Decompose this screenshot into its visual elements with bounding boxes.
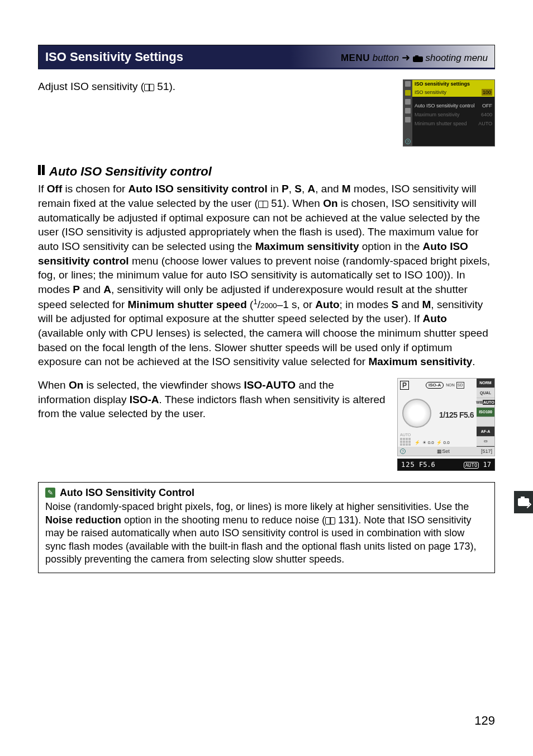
non-label: NON xyxy=(446,382,455,388)
intro-text: Adjust ISO sensitivity ( 51). xyxy=(38,79,393,94)
menu-suffix: shooting menu xyxy=(425,53,488,63)
off-label: Off xyxy=(47,183,62,195)
page-ref-icon xyxy=(144,84,154,91)
menu-row-value: OFF xyxy=(482,102,492,109)
menu-nav-icons xyxy=(403,80,412,146)
note-title: Auto ISO Sensitivity Control xyxy=(60,486,194,499)
menu-row-label: ISO sensitivity xyxy=(415,89,446,96)
page-ref-icon xyxy=(258,201,268,208)
menu-title: ISO sensitivity settings xyxy=(412,80,494,88)
t: ; in modes xyxy=(340,299,392,310)
mode-p: P xyxy=(73,284,80,295)
t: is selected, the viewfinder shows xyxy=(83,379,244,391)
on-label: On xyxy=(69,379,83,391)
header-menu-path: MENU button ➜ shooting menu xyxy=(341,51,488,65)
wb-label: WB xyxy=(476,400,483,405)
t: . xyxy=(472,356,475,367)
vf-shutter-val: 125 xyxy=(401,461,415,469)
menu-screenshot: ISO sensitivity settings ISO sensitivity… xyxy=(403,79,495,147)
iso-auto-indicator: ISO-AUTO xyxy=(244,379,296,391)
menu-label: MENU xyxy=(341,53,370,63)
t: option in the xyxy=(359,240,423,252)
pencil-icon: ✎ xyxy=(45,488,55,498)
note-body: Noise (randomly-spaced bright pixels, fo… xyxy=(45,500,488,566)
max-sensitivity-label: Maximum sensitivity xyxy=(255,240,359,252)
shutter-value: 1/125 xyxy=(439,410,458,419)
intro-before: Adjust ISO sensitivity ( xyxy=(38,81,144,92)
menu-row-value: AUTO xyxy=(478,120,492,127)
viewfinder-strip: 125 F5.6 AUTO 17 xyxy=(397,459,495,471)
shutter-aperture: 1/125 F5.6 xyxy=(439,410,474,420)
mode-a: A xyxy=(103,284,111,295)
max-sensitivity-label: Maximum sensitivity xyxy=(368,356,472,367)
menu-row-value: 6400 xyxy=(481,111,492,118)
frame-count: [517] xyxy=(481,448,492,455)
section-header: ISO Sensitivity Settings MENU button ➜ s… xyxy=(38,45,495,69)
subsection-title: Auto ISO Sensitivity control xyxy=(49,163,212,180)
t: When xyxy=(38,379,69,391)
t: 51). When xyxy=(268,197,323,209)
intro-ref: 51). xyxy=(154,81,175,92)
t: option in the shooting menu to reduce no… xyxy=(121,514,325,526)
t: , and xyxy=(315,183,342,195)
mode-m: M xyxy=(342,183,351,195)
sd-icon: SD xyxy=(456,382,464,388)
af-area-icon: ▭ xyxy=(477,437,494,446)
second-paragraph: When On is selected, the viewfinder show… xyxy=(38,378,388,421)
help-icon: ? xyxy=(405,139,411,144)
vf-auto-icon: AUTO xyxy=(464,462,479,469)
mode-a: A xyxy=(308,183,316,195)
t: is chosen for xyxy=(62,183,128,195)
fraction-denominator: 2000 xyxy=(260,301,277,310)
flash-ev-value: 0.0 xyxy=(443,440,449,445)
vf-right: AUTO 17 xyxy=(464,460,491,469)
bottom-status-row: ? ▦Set [517] xyxy=(398,447,494,456)
on-label: On xyxy=(323,197,337,209)
mode-indicator: P xyxy=(400,381,409,390)
subsection-header: Auto ISO Sensitivity control xyxy=(38,163,495,180)
mode-s: S xyxy=(392,299,399,310)
info-display-main: P ISO-A NON SD 1/125 F5.6 AUTO ⚡ ☀ 0.0 ⚡… xyxy=(397,378,495,456)
page-number: 129 xyxy=(474,712,495,729)
afa-indicator: AF-A xyxy=(477,427,494,436)
menu-row-label: Auto ISO sensitivity control xyxy=(415,102,475,109)
ev-value: 0.0 xyxy=(428,440,434,445)
menu-row-label: Maximum sensitivity xyxy=(415,111,460,118)
section-tab-icon xyxy=(514,491,533,513)
vf-count: 17 xyxy=(483,461,491,469)
menu-row-value: 100 xyxy=(482,89,492,96)
t: in xyxy=(268,183,282,195)
af-points-icon xyxy=(400,438,411,446)
vf-shutter: 125 F5.6 xyxy=(401,460,435,469)
mode-p: P xyxy=(282,183,289,195)
menu-row-min: Minimum shutter speedAUTO xyxy=(412,119,494,128)
menu-row-max: Maximum sensitivity6400 xyxy=(412,110,494,119)
auto-control-label: Auto ISO sensitivity control xyxy=(129,183,268,195)
t: ( xyxy=(247,299,254,310)
section-title: ISO Sensitivity Settings xyxy=(45,49,183,65)
main-paragraph: If Off is chosen for Auto ISO sensitivit… xyxy=(38,182,495,369)
vf-aperture-val: F5.6 xyxy=(419,461,435,469)
auto-label: AUTO xyxy=(400,432,411,437)
t: Noise (randomly-spaced bright pixels, fo… xyxy=(45,501,469,512)
info-display-screenshot: P ISO-A NON SD 1/125 F5.6 AUTO ⚡ ☀ 0.0 ⚡… xyxy=(397,378,495,471)
auto-label: Auto xyxy=(315,299,339,310)
camera-icon xyxy=(413,55,423,62)
iso-value: 100 xyxy=(486,409,492,414)
button-word: button xyxy=(373,53,399,63)
auto-label: Auto xyxy=(423,313,447,324)
blank-indicator xyxy=(477,417,494,427)
qual-indicator: QUAL xyxy=(477,388,494,398)
t: –1 s, or xyxy=(277,299,316,310)
menu-row-auto: Auto ISO sensitivity controlOFF xyxy=(412,101,494,110)
norm-indicator: NORM xyxy=(477,379,494,388)
subsection-bars-icon xyxy=(38,164,46,179)
wb-auto: AUTO xyxy=(483,400,495,405)
mode-m: M xyxy=(422,299,431,310)
camera-icon xyxy=(518,498,529,506)
iso-a-indicator: ISO-A xyxy=(130,394,159,405)
t: and xyxy=(80,284,103,295)
t: If xyxy=(38,183,47,195)
help-icon: ? xyxy=(400,448,406,454)
exposure-row: ⚡ ☀ 0.0 ⚡ 0.0 xyxy=(415,440,450,446)
